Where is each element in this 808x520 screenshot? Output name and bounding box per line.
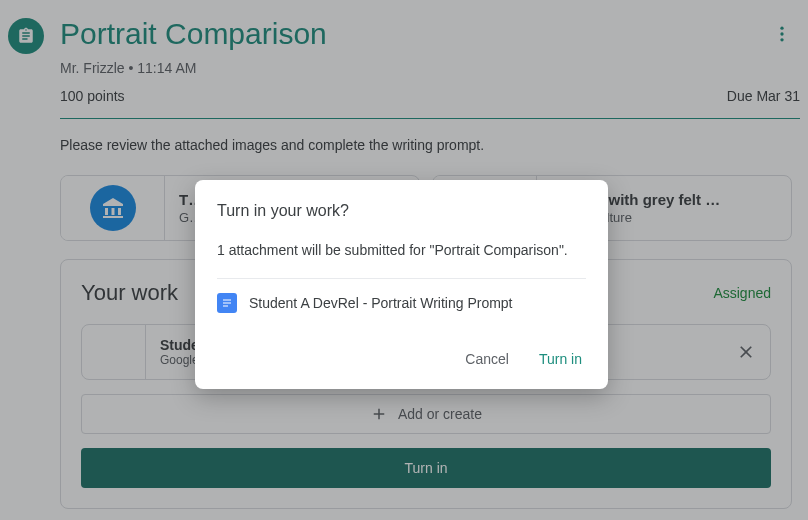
dialog-body: 1 attachment will be submitted for "Port… xyxy=(217,242,586,258)
divider xyxy=(217,278,586,279)
turn-in-dialog: Turn in your work? 1 attachment will be … xyxy=(195,180,608,389)
dialog-attachment: Student A DevRel - Portrait Writing Prom… xyxy=(217,293,586,313)
dialog-attachment-name: Student A DevRel - Portrait Writing Prom… xyxy=(249,295,513,311)
cancel-button[interactable]: Cancel xyxy=(461,345,513,373)
google-docs-icon xyxy=(217,293,237,313)
confirm-turn-in-button[interactable]: Turn in xyxy=(535,345,586,373)
dialog-title: Turn in your work? xyxy=(217,202,586,220)
